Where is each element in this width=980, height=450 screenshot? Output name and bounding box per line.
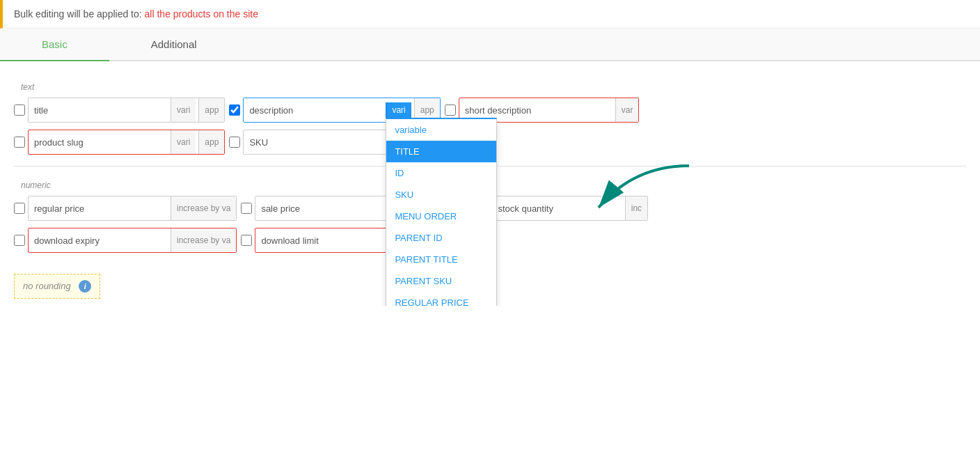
dropdown-item-id[interactable]: ID xyxy=(386,162,496,184)
sku-field-group xyxy=(229,130,411,155)
dropdown-item-title[interactable]: TITLE xyxy=(386,141,496,162)
sale-price-checkbox[interactable] xyxy=(241,203,252,214)
dropdown-item-regular-price[interactable]: REGULAR PRICE xyxy=(386,292,496,306)
title-tag-vari[interactable]: vari xyxy=(171,98,196,122)
title-checkbox[interactable] xyxy=(14,104,25,116)
description-input[interactable] xyxy=(244,102,383,118)
banner-highlight: all the products on the site xyxy=(145,8,258,20)
description-checkbox[interactable] xyxy=(229,104,240,116)
stock-qty-input[interactable] xyxy=(483,201,622,217)
description-dropdown-container: vari variable TITLE ID SKU MENU ORDER PA… xyxy=(386,102,411,118)
title-field-group: vari app xyxy=(14,98,225,123)
product-slug-tag-vari[interactable]: vari xyxy=(171,130,196,154)
banner-text: Bulk editing will be applied to: xyxy=(14,8,145,20)
product-slug-checkbox[interactable] xyxy=(14,137,25,148)
regular-price-input[interactable] xyxy=(29,201,168,217)
download-expiry-field-group: increase by va xyxy=(14,228,237,253)
title-input[interactable] xyxy=(29,102,168,118)
download-expiry-tag-modifier[interactable]: increase by va xyxy=(171,228,236,252)
sku-checkbox[interactable] xyxy=(229,137,240,148)
short-desc-tag-var[interactable]: var xyxy=(615,98,639,122)
tab-basic[interactable]: Basic xyxy=(0,29,109,61)
tabs-bar: Basic Additional xyxy=(0,29,980,61)
product-slug-input[interactable] xyxy=(29,134,168,150)
regular-price-field-group: increase by va xyxy=(14,196,237,221)
regular-price-tag-modifier[interactable]: increase by va xyxy=(171,196,236,220)
no-rounding-label: no rounding xyxy=(23,281,71,291)
download-expiry-checkbox[interactable] xyxy=(14,235,25,246)
short-desc-input[interactable] xyxy=(459,102,612,118)
dropdown-item-parent-sku[interactable]: PARENT SKU xyxy=(386,270,496,292)
section-label-text: text xyxy=(21,82,966,92)
footer-area: no rounding i xyxy=(14,274,100,299)
description-field-group: vari variable TITLE ID SKU MENU ORDER PA… xyxy=(229,98,440,123)
dropdown-item-parent-id[interactable]: PARENT ID xyxy=(386,227,496,249)
product-slug-tag-app[interactable]: app xyxy=(198,130,224,154)
dropdown-item-variable[interactable]: variable xyxy=(386,119,496,141)
short-desc-checkbox[interactable] xyxy=(445,104,456,116)
dropdown-item-menu-order[interactable]: MENU ORDER xyxy=(386,205,496,227)
product-slug-field-group: vari app xyxy=(14,130,225,155)
download-limit-checkbox[interactable] xyxy=(241,235,252,246)
info-icon[interactable]: i xyxy=(79,280,91,293)
title-tag-app[interactable]: app xyxy=(198,98,224,122)
main-content: text vari app vari xyxy=(0,61,980,306)
stock-qty-tag-modifier[interactable]: inc xyxy=(625,196,647,220)
dropdown-item-parent-title[interactable]: PARENT TITLE xyxy=(386,249,496,270)
text-row-1: vari app vari variable TITLE ID SKU xyxy=(14,98,966,123)
download-expiry-input[interactable] xyxy=(29,233,168,249)
sale-price-input[interactable] xyxy=(255,201,395,217)
top-banner: Bulk editing will be applied to: all the… xyxy=(0,0,980,29)
dropdown-menu: variable TITLE ID SKU MENU ORDER PARENT … xyxy=(386,118,497,306)
regular-price-checkbox[interactable] xyxy=(14,203,25,214)
dropdown-item-sku[interactable]: SKU xyxy=(386,184,496,205)
description-tag-vari[interactable]: vari xyxy=(386,102,411,118)
tab-additional[interactable]: Additional xyxy=(109,29,239,60)
